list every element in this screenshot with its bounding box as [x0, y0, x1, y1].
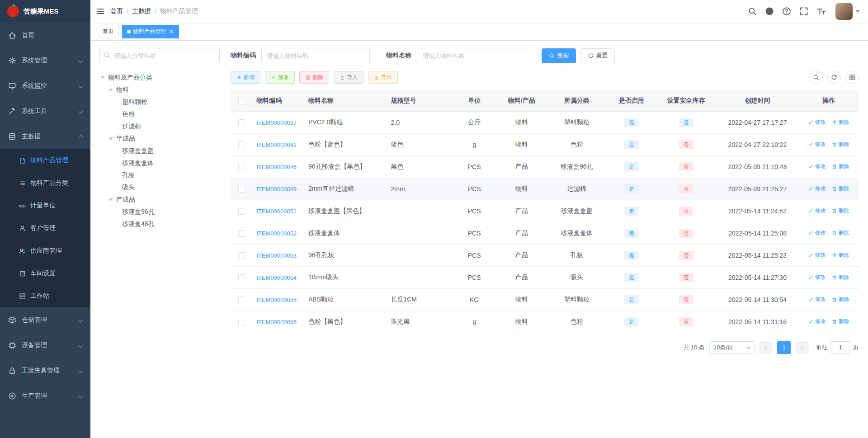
delete-row-button[interactable]: 删除	[832, 273, 849, 281]
row-checkbox[interactable]	[238, 252, 245, 259]
edit-row-button[interactable]: 修改	[808, 251, 826, 259]
caret-down-icon[interactable]	[108, 89, 113, 91]
delete-row-button[interactable]: 删除	[832, 296, 849, 303]
close-icon[interactable]: ×	[169, 28, 174, 35]
sidebar-item-material-product-category[interactable]: 物料产品分类	[0, 172, 90, 194]
material-code-input[interactable]	[261, 48, 370, 63]
item-code-link[interactable]: ITEM00000055	[256, 297, 297, 303]
delete-row-button[interactable]: 删除	[832, 185, 849, 193]
current-page-button[interactable]: 1	[777, 341, 791, 354]
add-button[interactable]: 新增	[231, 71, 260, 84]
sidebar-item-master-data[interactable]: 主数据	[0, 124, 90, 149]
export-button[interactable]: 导出	[368, 71, 398, 84]
edit-row-button[interactable]: 修改	[808, 273, 826, 281]
tab-material-product-management[interactable]: 物料产品管理 ×	[122, 25, 179, 38]
delete-row-button[interactable]: 删除	[832, 118, 849, 126]
reset-button[interactable]: 重置	[580, 48, 615, 63]
edit-row-button[interactable]: 修改	[808, 118, 826, 126]
edit-row-button[interactable]: 修改	[808, 207, 826, 215]
tree-node[interactable]: 移液盒48孔	[99, 218, 220, 230]
edit-row-button[interactable]: 修改	[808, 318, 826, 325]
tree-node[interactable]: 吸头	[99, 181, 220, 193]
item-code-link[interactable]: ITEM00000053	[256, 252, 297, 259]
refresh-icon[interactable]	[827, 71, 841, 84]
user-menu[interactable]	[835, 3, 860, 20]
row-checkbox[interactable]	[238, 230, 245, 237]
table-row[interactable]: ITEM00000037 PVC2.0颗粒 2.0 公斤 物料 塑料颗粒 是 是…	[231, 111, 859, 133]
tree-node[interactable]: 色粉	[99, 108, 220, 120]
row-checkbox[interactable]	[238, 164, 245, 170]
tree-node[interactable]: 物料	[99, 84, 220, 96]
sidebar-item-system-monitor[interactable]: 系统监控	[0, 73, 90, 99]
next-page-button[interactable]: ›	[795, 341, 809, 354]
row-checkbox[interactable]	[238, 186, 245, 193]
caret-down-icon[interactable]	[108, 198, 113, 201]
category-search-input[interactable]	[99, 48, 220, 63]
table-row[interactable]: ITEM00000052 移液盒盒体 PCS 产品 移液盒盒体 是 否 2022…	[231, 222, 859, 244]
material-name-input[interactable]	[417, 48, 525, 63]
caret-down-icon[interactable]	[108, 137, 113, 140]
tree-node[interactable]: 移液盒盒盖	[99, 145, 220, 157]
table-row[interactable]: ITEM00000049 2mm直径过滤棉 2mm PCS 物料 过滤棉 是 否…	[231, 178, 859, 200]
edit-row-button[interactable]: 修改	[808, 141, 826, 148]
sidebar-toggle-icon[interactable]	[90, 0, 110, 23]
sidebar-item-material-product-management[interactable]: 物料产品管理	[0, 149, 90, 172]
sidebar-item-measure-unit[interactable]: 计量单位	[0, 194, 90, 217]
sidebar-item-supplier-management[interactable]: 供应商管理	[0, 240, 90, 262]
sidebar-item-customer-management[interactable]: 客户管理	[0, 217, 90, 240]
table-row[interactable]: ITEM00000051 移液盒盒盖【黑色】 PCS 产品 移液盒盒盖 是 否 …	[231, 200, 859, 222]
item-code-link[interactable]: ITEM00000046	[256, 164, 297, 170]
sidebar-item-production-management[interactable]: 生产管理	[0, 383, 90, 409]
item-code-link[interactable]: ITEM00000051	[256, 208, 297, 215]
caret-down-icon[interactable]	[100, 76, 105, 79]
tree-node[interactable]: 孔板	[99, 169, 220, 181]
github-icon[interactable]	[765, 7, 774, 16]
delete-button[interactable]: 删除	[299, 71, 329, 84]
breadcrumb-home[interactable]: 首页	[110, 7, 123, 15]
table-row[interactable]: ITEM00000046 96孔移液盒【黑色】 黑色 PCS 产品 移液盒96孔…	[231, 155, 859, 178]
item-code-link[interactable]: ITEM00000037	[256, 119, 297, 126]
row-checkbox[interactable]	[238, 208, 245, 215]
help-icon[interactable]	[782, 7, 791, 16]
delete-row-button[interactable]: 删除	[832, 251, 849, 259]
delete-row-button[interactable]: 删除	[832, 207, 849, 215]
row-checkbox[interactable]	[238, 319, 245, 325]
table-row[interactable]: ITEM00000055 ABS颗粒 长度1CM KG 物料 塑料颗粒 是 否 …	[231, 288, 859, 311]
table-row[interactable]: ITEM00000041 色粉【蓝色】 蓝色 g 物料 色粉 是 否 2022-…	[231, 133, 859, 155]
search-icon[interactable]	[748, 7, 757, 16]
app-logo[interactable]: 苦糖果MES	[0, 0, 90, 23]
row-checkbox[interactable]	[238, 274, 245, 281]
tree-node[interactable]: 移液盒盒体	[99, 157, 220, 169]
prev-page-button[interactable]: ‹	[759, 341, 773, 354]
search-button[interactable]: 搜索	[542, 48, 576, 63]
table-row[interactable]: ITEM00000056 色粉【黑色】 珠光黑 g 物料 色粉 是 否 2022…	[231, 311, 859, 333]
tree-node[interactable]: 半成品	[99, 132, 220, 145]
sidebar-item-system-management[interactable]: 系统管理	[0, 48, 90, 73]
item-code-link[interactable]: ITEM00000056	[256, 319, 297, 325]
sidebar-item-warehouse-management[interactable]: 仓储管理	[0, 307, 90, 333]
sidebar-item-system-tools[interactable]: 系统工具	[0, 99, 90, 124]
edit-row-button[interactable]: 修改	[808, 185, 826, 193]
edit-row-button[interactable]: 修改	[808, 163, 826, 170]
tree-node[interactable]: 物料及产品分类	[99, 71, 220, 84]
column-settings-icon[interactable]	[845, 71, 859, 84]
fullscreen-icon[interactable]	[799, 7, 808, 16]
sidebar-item-home[interactable]: 首页	[0, 23, 90, 48]
tree-node[interactable]: 移液盒96孔	[99, 206, 220, 218]
sidebar-item-workstation[interactable]: 工作站	[0, 285, 90, 307]
sidebar-item-workshop-settings[interactable]: 车间设置	[0, 262, 90, 285]
edit-button[interactable]: 修改	[265, 71, 295, 84]
item-code-link[interactable]: ITEM00000052	[256, 230, 297, 237]
tab-home[interactable]: 首页	[98, 25, 118, 38]
delete-row-button[interactable]: 删除	[832, 163, 849, 170]
row-checkbox[interactable]	[238, 119, 245, 126]
tree-node[interactable]: 过滤棉	[99, 120, 220, 132]
breadcrumb-master-data[interactable]: 主数据	[132, 7, 151, 15]
sidebar-item-fixture-management[interactable]: 工装夹具管理	[0, 358, 90, 383]
table-row[interactable]: ITEM00000053 96孔孔板 PCS 产品 孔板 是 否 2022-05…	[231, 244, 859, 266]
edit-row-button[interactable]: 修改	[808, 296, 826, 303]
item-code-link[interactable]: ITEM00000049	[256, 186, 297, 193]
page-size-select[interactable]: 10条/页	[709, 341, 755, 354]
delete-row-button[interactable]: 删除	[832, 141, 849, 148]
delete-row-button[interactable]: 删除	[832, 318, 849, 325]
